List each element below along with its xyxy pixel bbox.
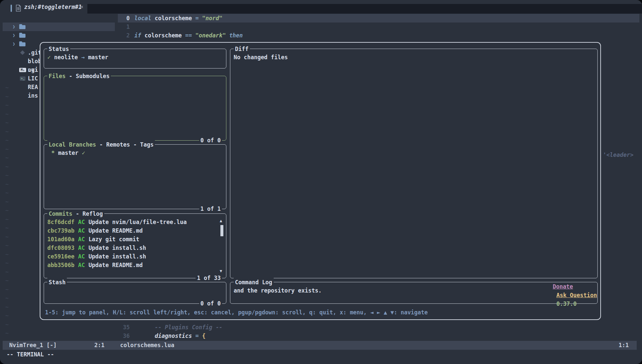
tree-item-git[interactable]: ❯ .git bbox=[3, 23, 115, 31]
statusline-cursor-position: 1:1 bbox=[619, 341, 629, 350]
statusline-tree-position: 2:1 bbox=[94, 341, 105, 350]
showcmd-pending-keys: '<leader> bbox=[603, 151, 633, 159]
line-number: 1 bbox=[118, 23, 134, 31]
mode-indicator: -- TERMINAL -- bbox=[7, 350, 54, 359]
commit-row[interactable]: dfc08093ACUpdate install.sh bbox=[47, 244, 217, 252]
check-icon: ✓ bbox=[47, 54, 51, 61]
code-line[interactable]: 2 if colorscheme == "onedark" then bbox=[118, 31, 639, 40]
panel-title: Command Log bbox=[234, 278, 274, 287]
commit-list: 8cf6dcdfACUpdate nvim/lua/file-tree.lua … bbox=[47, 218, 217, 269]
panel-title: Commits - Reflog bbox=[47, 209, 104, 218]
lazygit-status-panel[interactable]: Status ✓ neolite → master bbox=[44, 49, 226, 68]
check-icon: ✓ bbox=[82, 150, 85, 156]
commit-row[interactable]: cbc739abACUpdate README.md bbox=[47, 226, 217, 235]
tree-root[interactable]: neolite bbox=[3, 14, 115, 23]
lazygit-files-panel[interactable]: Files - Submodules 0 of 0 bbox=[44, 76, 226, 141]
commit-row[interactable]: abb3506bACUpdate README.md bbox=[47, 261, 217, 269]
editor-buffer-bottom: 35 -- Plugins Config -- 36 diagnostics =… bbox=[118, 323, 639, 340]
footer-links: Donate Ask Question 0.37.0 bbox=[532, 274, 597, 317]
code-line[interactable]: 1 bbox=[118, 23, 639, 31]
scrollbar-thumb[interactable] bbox=[220, 225, 223, 236]
donate-link[interactable]: Donate bbox=[553, 283, 573, 290]
arrow-right-icon: → bbox=[81, 54, 84, 61]
lazygit-stash-panel[interactable]: Stash 0 of 0 bbox=[44, 282, 226, 304]
folder-icon bbox=[19, 25, 25, 29]
status-line-item[interactable]: ✓ neolite → master bbox=[47, 53, 108, 62]
markdown-icon: M↓ bbox=[19, 68, 26, 72]
statusline-filename: colorschemes.lua bbox=[120, 341, 174, 350]
panel-title: Local Branches - Remotes - Tags bbox=[47, 140, 155, 149]
panel-title: Stash bbox=[47, 278, 67, 287]
code-line[interactable]: 35 -- Plugins Config -- bbox=[118, 323, 639, 332]
code-line[interactable]: 36 diagnostics = { bbox=[118, 332, 639, 340]
commit-row[interactable]: 101ad60aACLazy git commit bbox=[47, 235, 217, 244]
tab-title[interactable]: zsh;#toggleterm#1 bbox=[24, 3, 82, 11]
tree-item-blob[interactable]: ❯ blob bbox=[3, 31, 115, 40]
commits-scrollbar[interactable]: ▲ ▼ bbox=[220, 217, 224, 274]
statusline: NvimTree_1 [-] 2:1 colorschemes.lua 1:1 bbox=[3, 341, 637, 350]
scroll-up-icon[interactable]: ▲ bbox=[220, 216, 222, 225]
panel-title: Files - Submodules bbox=[47, 72, 111, 80]
active-tab-indicator bbox=[11, 5, 12, 12]
tabline: zsh;#toggleterm#1 × bbox=[0, 0, 642, 14]
branch-row[interactable]: * master ✓ bbox=[51, 149, 85, 157]
code-line[interactable]: 0 local colorscheme = "nord" bbox=[118, 14, 639, 23]
folder-icon bbox=[19, 34, 25, 38]
close-icon[interactable]: × bbox=[80, 3, 83, 11]
statusline-buffer-name: NvimTree_1 [-] bbox=[9, 341, 57, 350]
commit-row[interactable]: ce5916eeACUpdate install.sh bbox=[47, 252, 217, 261]
command-log-content: and the repository exists. bbox=[234, 286, 322, 295]
keybindings-help: 1-5: jump to panel, H/L: scroll left/rig… bbox=[45, 308, 428, 317]
stash-count: 0 of 0 bbox=[199, 299, 222, 308]
ask-question-link[interactable]: Ask Question bbox=[556, 292, 597, 298]
lazygit-float-window: Status ✓ neolite → master Files - Submod… bbox=[40, 42, 601, 320]
lazygit-branches-panel[interactable]: Local Branches - Remotes - Tags * master… bbox=[44, 144, 226, 209]
files-count: 0 of 0 bbox=[199, 136, 222, 145]
chevron-right-icon[interactable]: ❯ bbox=[13, 40, 15, 48]
terminal-icon: >_ bbox=[20, 76, 25, 81]
chevron-right-icon[interactable]: ❯ bbox=[13, 31, 15, 40]
lazygit-diff-panel[interactable]: Diff No changed files bbox=[230, 49, 598, 278]
commit-row[interactable]: 8cf6dcdfACUpdate nvim/lua/file-tree.lua bbox=[47, 218, 217, 226]
diff-content: No changed files bbox=[234, 53, 288, 62]
chevron-right-icon[interactable]: ❯ bbox=[13, 23, 15, 31]
version-label: 0.37.0 bbox=[556, 300, 576, 307]
line-number: 36 bbox=[118, 332, 134, 340]
gitignore-icon bbox=[20, 50, 25, 55]
file-icon bbox=[16, 5, 21, 14]
panel-title: Status bbox=[47, 45, 70, 53]
line-number: 0 bbox=[118, 14, 134, 23]
folder-icon bbox=[19, 42, 25, 46]
panel-title: Diff bbox=[234, 45, 250, 53]
branches-count: 1 of 1 bbox=[199, 205, 222, 213]
tilde-column: ~~~~~~~~~~~~~~~~~~~~~~~~~~~~~ bbox=[5, 83, 9, 338]
commits-count: 1 of 33 bbox=[196, 274, 222, 282]
lazygit-commits-panel[interactable]: Commits - Reflog 8cf6dcdfACUpdate nvim/l… bbox=[44, 213, 226, 278]
editor-buffer-top: 0 local colorscheme = "nord" 1 2 if colo… bbox=[118, 14, 639, 40]
line-number: 35 bbox=[118, 323, 134, 332]
tabline-fill bbox=[87, 4, 642, 14]
line-number: 2 bbox=[118, 31, 134, 40]
terminal-window: zsh;#toggleterm#1 × neolite ❯ .git ❯ blo… bbox=[0, 0, 642, 364]
